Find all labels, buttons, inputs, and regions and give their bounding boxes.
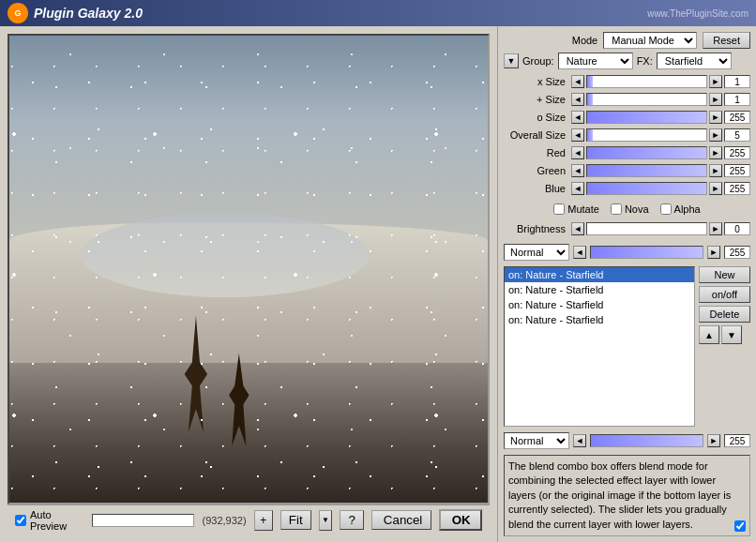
slider-track-6[interactable]: [586, 182, 707, 195]
zoom-plus-button[interactable]: +: [254, 510, 273, 531]
slider-track-5[interactable]: [586, 164, 707, 177]
nova-check-item[interactable]: Nova: [611, 203, 649, 215]
collapse-button[interactable]: ▼: [504, 53, 519, 68]
slider-fill-1: [587, 94, 593, 105]
layer-down-button[interactable]: ▼: [721, 325, 742, 344]
layer-item[interactable]: on: Nature - Starfield: [505, 267, 694, 282]
bottom-bar: Auto Preview (932,932) + Fit ▼ ? Cancel …: [8, 504, 490, 534]
blend1-fill: [591, 247, 703, 258]
blend1-dec-button[interactable]: ◄: [573, 246, 586, 259]
brightness-value: 0: [724, 222, 750, 235]
slider-track-2[interactable]: [586, 111, 707, 124]
image-panel: Auto Preview (932,932) + Fit ▼ ? Cancel …: [0, 26, 497, 542]
slider-inc-0[interactable]: ►: [709, 75, 722, 88]
new-layer-button[interactable]: New: [699, 266, 750, 283]
slider-label-3: Overall Size: [504, 129, 569, 141]
slider-value-3: 5: [724, 128, 750, 142]
layer-item[interactable]: on: Nature - Starfield: [505, 297, 694, 312]
ok-button[interactable]: OK: [439, 509, 482, 531]
slider-track-3[interactable]: [586, 128, 707, 142]
layers-list[interactable]: on: Nature - Starfieldon: Nature - Starf…: [504, 266, 695, 427]
slider-row-6: Blue ◄ ► 255: [504, 180, 750, 197]
onoff-layer-button[interactable]: on/off: [699, 286, 750, 303]
slider-fill-2: [587, 112, 706, 123]
mutate-label: Mutate: [567, 203, 599, 215]
alpha-checkbox[interactable]: [660, 203, 672, 215]
slider-inc-4[interactable]: ►: [709, 146, 722, 159]
info-box: The blend combo box offers blend mode fo…: [504, 455, 750, 536]
reset-button[interactable]: Reset: [703, 32, 750, 49]
title-bar-left: G Plugin Galaxy 2.0: [8, 3, 143, 23]
slider-value-4: 255: [724, 146, 750, 159]
slider-row-0: x Size ◄ ► 1: [504, 73, 750, 90]
blend-row-2: Normal Multiply Screen Overlay ◄ ► 255: [504, 430, 750, 451]
auto-preview-checkbox[interactable]: [15, 515, 26, 526]
fx-select[interactable]: Starfield Snow Rain Fog: [657, 53, 732, 69]
blend2-dec-button[interactable]: ◄: [573, 434, 586, 447]
mutate-checkbox[interactable]: [553, 203, 565, 215]
fit-button[interactable]: Fit: [280, 510, 311, 530]
blend2-track[interactable]: [590, 434, 703, 447]
slider-row-2: o Size ◄ ► 255: [504, 109, 750, 126]
slider-inc-3[interactable]: ►: [709, 128, 722, 142]
cancel-button[interactable]: Cancel: [371, 510, 431, 530]
slider-dec-4[interactable]: ◄: [571, 146, 584, 159]
checkbox-row: Mutate Nova Alpha: [504, 202, 750, 217]
zoom-dropdown-button[interactable]: ▼: [319, 510, 333, 531]
blend1-inc-button[interactable]: ►: [707, 246, 720, 259]
layer-buttons: New on/off Delete ▲ ▼: [699, 266, 750, 427]
layer-item[interactable]: on: Nature - Starfield: [505, 282, 694, 297]
slider-label-2: o Size: [504, 112, 569, 123]
arrows-row: ▲ ▼: [699, 325, 750, 344]
slider-inc-2[interactable]: ►: [709, 111, 722, 124]
title-bar: G Plugin Galaxy 2.0 www.ThePluginSite.co…: [0, 0, 756, 26]
brightness-inc-button[interactable]: ►: [709, 222, 722, 235]
app-title: Plugin Galaxy 2.0: [34, 6, 143, 21]
coordinates: (932,932): [202, 515, 246, 526]
group-select[interactable]: Nature Light Color Texture: [558, 53, 633, 69]
layer-up-button[interactable]: ▲: [699, 325, 719, 344]
slider-row-4: Red ◄ ► 255: [504, 144, 750, 161]
auto-preview-container[interactable]: Auto Preview: [15, 509, 84, 532]
brightness-track[interactable]: [586, 222, 707, 235]
slider-dec-6[interactable]: ◄: [571, 182, 584, 195]
slider-value-5: 255: [724, 164, 750, 177]
slider-value-1: 1: [724, 93, 750, 106]
help-button[interactable]: ?: [340, 510, 363, 530]
slider-label-0: x Size: [504, 76, 569, 87]
mode-row: Mode Manual Mode Auto Mode Reset: [504, 32, 750, 49]
slider-inc-5[interactable]: ►: [709, 164, 722, 177]
slider-dec-1[interactable]: ◄: [571, 93, 584, 106]
blend-mode-select-2[interactable]: Normal Multiply Screen Overlay: [504, 432, 569, 449]
layer-item[interactable]: on: Nature - Starfield: [505, 312, 694, 327]
slider-fill-0: [587, 76, 593, 87]
slider-fill-5: [587, 165, 706, 176]
app-logo: G: [8, 3, 28, 23]
slider-track-0[interactable]: [586, 75, 707, 88]
slider-row-1: + Size ◄ ► 1: [504, 91, 750, 108]
alpha-check-item[interactable]: Alpha: [660, 203, 701, 215]
slider-dec-3[interactable]: ◄: [571, 128, 584, 142]
group-fx-row: ▼ Group: Nature Light Color Texture FX: …: [504, 53, 750, 69]
blend1-track[interactable]: [590, 246, 703, 259]
slider-dec-5[interactable]: ◄: [571, 164, 584, 177]
control-panel: Mode Manual Mode Auto Mode Reset ▼ Group…: [497, 26, 756, 542]
blend-mode-select-1[interactable]: Normal Multiply Screen Overlay: [504, 244, 569, 261]
delete-layer-button[interactable]: Delete: [699, 306, 750, 323]
brightness-dec-button[interactable]: ◄: [571, 222, 584, 235]
blend2-inc-button[interactable]: ►: [707, 434, 720, 447]
slider-track-1[interactable]: [586, 93, 707, 106]
slider-dec-2[interactable]: ◄: [571, 111, 584, 124]
sliders-section: x Size ◄ ► 1 + Size ◄ ► 1 o Size ◄ ► 255…: [504, 73, 750, 198]
slider-inc-6[interactable]: ►: [709, 182, 722, 195]
nova-checkbox[interactable]: [611, 203, 622, 215]
mode-label: Mode: [572, 35, 598, 46]
info-checkbox[interactable]: [734, 520, 746, 532]
slider-inc-1[interactable]: ►: [709, 93, 722, 106]
blend-row-1: Normal Multiply Screen Overlay ◄ ► 255: [504, 242, 750, 263]
slider-dec-0[interactable]: ◄: [571, 75, 584, 88]
mutate-check-item[interactable]: Mutate: [553, 203, 599, 215]
auto-preview-label: Auto Preview: [30, 509, 84, 532]
slider-track-4[interactable]: [586, 146, 707, 159]
mode-select[interactable]: Manual Mode Auto Mode: [603, 32, 697, 49]
